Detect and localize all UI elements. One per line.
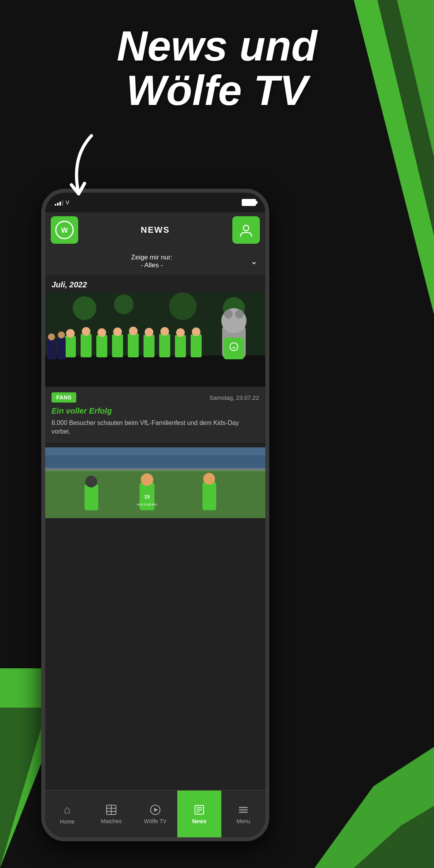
matches-icon bbox=[105, 804, 117, 816]
nav-label-news: News bbox=[192, 818, 207, 824]
svg-point-58 bbox=[203, 473, 215, 485]
svg-rect-43 bbox=[47, 340, 56, 359]
svg-point-56 bbox=[85, 476, 97, 487]
menu-icon bbox=[237, 804, 249, 816]
svg-marker-66 bbox=[154, 808, 158, 812]
nav-item-wolfetv[interactable]: Wölfe TV bbox=[133, 791, 177, 837]
svg-rect-21 bbox=[112, 334, 123, 357]
vfl-logo-svg: W bbox=[55, 220, 74, 240]
nav-item-menu[interactable]: Menu bbox=[221, 791, 265, 837]
svg-rect-22 bbox=[128, 333, 139, 357]
svg-line-8 bbox=[79, 183, 85, 195]
svg-point-27 bbox=[66, 329, 75, 338]
svg-rect-13 bbox=[45, 355, 265, 387]
nav-label-matches: Matches bbox=[101, 818, 122, 824]
svg-text:W: W bbox=[232, 346, 235, 349]
news-excerpt-1: 8.000 Besucher schauten beim VfL-Familie… bbox=[45, 419, 265, 443]
svg-point-34 bbox=[176, 328, 185, 337]
wolfetv-icon bbox=[149, 804, 161, 816]
svg-point-46 bbox=[58, 331, 65, 338]
svg-rect-50 bbox=[45, 470, 265, 471]
filter-label: Zeige mir nur: bbox=[53, 254, 250, 261]
chevron-down-icon: ⌄ bbox=[250, 256, 257, 267]
svg-text:15: 15 bbox=[144, 494, 150, 500]
nav-label-menu: Menu bbox=[236, 818, 250, 824]
svg-point-11 bbox=[243, 225, 249, 231]
svg-point-39 bbox=[235, 310, 244, 318]
svg-point-44 bbox=[48, 333, 55, 340]
news-meta-1: FANS Samstag, 23.07.22 bbox=[45, 387, 265, 405]
app-content: W NEWS Zeige mir nur: - Alles - ⌄ Ju bbox=[45, 212, 265, 837]
news-icon bbox=[193, 804, 205, 816]
svg-point-14 bbox=[73, 296, 96, 320]
svg-point-30 bbox=[113, 327, 122, 336]
svg-point-16 bbox=[169, 292, 197, 320]
nav-item-news[interactable]: News bbox=[177, 791, 221, 837]
filter-text-container: Zeige mir nur: - Alles - bbox=[53, 254, 250, 269]
svg-rect-23 bbox=[143, 335, 154, 357]
news-date-1: Samstag, 23.07.22 bbox=[210, 394, 259, 401]
promo-title-line2: Wölfe TV bbox=[0, 68, 434, 112]
svg-point-15 bbox=[114, 294, 134, 314]
month-header: Juli, 2022 bbox=[45, 275, 265, 292]
page-title: NEWS bbox=[78, 225, 232, 235]
svg-rect-55 bbox=[85, 485, 98, 510]
bottom-nav: ⌂ Home Matches Wölfe TV bbox=[45, 790, 265, 837]
svg-point-28 bbox=[82, 327, 90, 336]
svg-rect-18 bbox=[65, 336, 76, 357]
svg-rect-25 bbox=[175, 335, 186, 357]
svg-text:WOLFSBURG: WOLFSBURG bbox=[137, 503, 157, 506]
svg-point-52 bbox=[141, 473, 153, 486]
svg-rect-19 bbox=[81, 334, 92, 357]
user-profile-button[interactable] bbox=[232, 216, 260, 244]
team-photo-illustration: W bbox=[45, 292, 265, 387]
svg-text:W: W bbox=[61, 226, 68, 234]
svg-rect-26 bbox=[191, 334, 202, 357]
nav-item-home[interactable]: ⌂ Home bbox=[45, 791, 89, 837]
svg-rect-45 bbox=[57, 338, 66, 359]
promo-title: News und Wölfe TV bbox=[0, 24, 434, 113]
home-icon: ⌂ bbox=[64, 804, 71, 816]
news-card-1[interactable]: W FANS Samstag, 23.07.22 Ein voller Erfo… bbox=[45, 292, 265, 443]
nav-label-home: Home bbox=[60, 818, 74, 825]
news-card-2[interactable]: 15 WOLFSBURG bbox=[45, 447, 265, 518]
svg-point-35 bbox=[192, 327, 200, 336]
news-image-2: 15 WOLFSBURG bbox=[45, 447, 265, 518]
news-scroll-area[interactable]: Juli, 2022 bbox=[45, 275, 265, 790]
svg-point-38 bbox=[224, 310, 233, 318]
svg-point-33 bbox=[160, 327, 169, 336]
promo-title-line1: News und bbox=[0, 24, 434, 68]
svg-rect-60 bbox=[45, 455, 265, 468]
battery-indicator bbox=[242, 199, 256, 206]
svg-rect-20 bbox=[96, 335, 107, 357]
filter-value: - Alles - bbox=[53, 261, 250, 269]
arrow-annotation bbox=[55, 134, 134, 220]
nav-label-wolfetv: Wölfe TV bbox=[144, 818, 166, 824]
svg-rect-24 bbox=[159, 334, 170, 357]
phone-frame: V W NEWS Zeige mir nu bbox=[41, 189, 269, 841]
svg-rect-57 bbox=[202, 482, 216, 510]
vfl-logo: W bbox=[51, 216, 78, 244]
news-tag-fans: FANS bbox=[51, 392, 76, 403]
nav-item-matches[interactable]: Matches bbox=[89, 791, 133, 837]
user-icon bbox=[239, 223, 253, 237]
filter-bar[interactable]: Zeige mir nur: - Alles - ⌄ bbox=[45, 248, 265, 275]
svg-point-32 bbox=[145, 328, 153, 337]
svg-rect-49 bbox=[45, 470, 265, 518]
svg-point-29 bbox=[97, 328, 106, 337]
svg-point-31 bbox=[129, 327, 138, 335]
news-title-1: Ein voller Erfolg bbox=[45, 405, 265, 419]
match-photo-illustration: 15 WOLFSBURG bbox=[45, 447, 265, 518]
news-image-1: W bbox=[45, 292, 265, 387]
